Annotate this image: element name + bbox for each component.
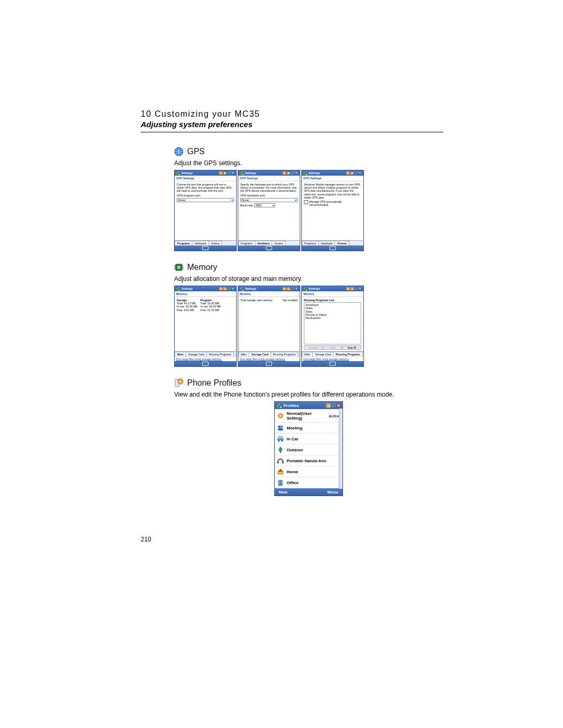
gps-program-port-select[interactable]: (None) <box>177 198 234 202</box>
activate-button[interactable]: Activate <box>304 346 323 350</box>
phone-profiles-desc: View and edit the Phone function's prese… <box>174 391 443 398</box>
tab-programs[interactable]: Programs <box>302 241 319 245</box>
gps-desc: Adjust the GPS settings. <box>174 159 443 167</box>
list-item[interactable]: File Explorer <box>305 316 360 319</box>
softkey-bar <box>238 245 300 251</box>
gps-hardware-port-select[interactable]: (None) <box>240 198 298 202</box>
tab-running-programs[interactable]: Running Programs <box>271 352 298 356</box>
tab-access[interactable]: Access <box>272 241 286 245</box>
tab-storage-card[interactable]: Storage Card <box>186 352 207 356</box>
find-large-files-link[interactable]: Find large files using storage memory. <box>175 356 236 361</box>
gps-manage-checkbox-row: ✓ Manage GPS automatically (recommended) <box>304 200 361 206</box>
tab-access[interactable]: Access <box>335 241 349 245</box>
svg-rect-24 <box>281 481 282 482</box>
memory-heading: Memory <box>187 263 217 272</box>
profile-item-in-car[interactable]: In Car <box>275 434 342 445</box>
tab-access[interactable]: Access <box>209 241 223 245</box>
gps-tabs: Programs Hardware Access <box>302 240 363 245</box>
chapter-title: 10 Customizing your MC35 <box>141 109 443 119</box>
stop-all-button[interactable]: Stop All <box>342 346 361 350</box>
gps-body: Choose the port that programs will use t… <box>175 181 236 240</box>
softkey-bar <box>238 361 300 366</box>
titlebar: Settings 📶📁🔊✕ <box>238 170 300 176</box>
keyboard-icon[interactable] <box>266 246 272 250</box>
status-tray: 📶📶🔊✕ <box>219 287 235 290</box>
tab-hardware[interactable]: Hardware <box>319 241 336 245</box>
profile-item-office[interactable]: Office <box>275 477 342 488</box>
start-icon <box>176 171 180 175</box>
gps-hardware-port-label: GPS hardware port: <box>240 194 298 198</box>
tab-main[interactable]: Main <box>238 352 249 356</box>
keyboard-icon[interactable] <box>202 246 209 250</box>
keyboard-icon[interactable] <box>202 362 209 366</box>
memory-body: Storage Total: 46.17 MB In use: 42.26 MB… <box>175 297 236 351</box>
softkey-menu[interactable]: Menu <box>327 490 338 495</box>
keyboard-icon[interactable] <box>329 362 336 366</box>
start-icon <box>240 287 243 291</box>
phone-profiles-heading: Phone Profiles <box>187 378 241 388</box>
keyboard-icon[interactable] <box>266 362 272 366</box>
gear-icon <box>277 412 284 419</box>
phone-profiles-screenshot: Profiles 📶🔊✕ Normal(User Setting) Active… <box>274 401 343 496</box>
tab-main[interactable]: Main <box>175 352 186 356</box>
gps-shot-hardware: Settings 📶📁🔊✕ GPS Settings Specify the h… <box>238 170 300 251</box>
svg-rect-19 <box>280 451 281 453</box>
gps-baud-select[interactable]: 4800 <box>254 203 275 207</box>
titlebar-label: Settings <box>181 287 217 290</box>
tab-hardware[interactable]: Hardware <box>192 241 209 245</box>
titlebar-label: Settings <box>181 171 217 175</box>
titlebar-label: Settings <box>245 287 281 290</box>
page: 10 Customizing your MC35 Adjusting syste… <box>0 0 563 728</box>
tab-storage-card[interactable]: Storage Card <box>312 352 334 356</box>
running-programs-list[interactable]: ActiveSync Notes Tasks Pictures & Videos… <box>304 302 361 344</box>
phone-profiles-icon <box>174 378 183 388</box>
profile-item-normal[interactable]: Normal(User Setting) Active <box>275 410 342 423</box>
status-tray: 📶📶🔊✕ <box>283 287 298 290</box>
svg-point-18 <box>282 440 283 442</box>
gps-program-port-label: GPS program port: <box>177 194 234 198</box>
svg-rect-21 <box>283 461 284 463</box>
tab-storage-card[interactable]: Storage Card <box>249 352 271 356</box>
tab-running-programs[interactable]: Running Programs <box>206 352 234 356</box>
storage-card-label: Total storage card memory: <box>240 299 273 302</box>
phone-profiles-heading-row: Phone Profiles <box>174 378 443 388</box>
find-large-files-link[interactable]: Find large files using storage memory. <box>302 356 363 361</box>
status-tray: 📶🔊✕ <box>325 403 340 408</box>
tab-programs[interactable]: Programs <box>238 241 255 245</box>
tab-running-programs[interactable]: Running Programs <box>333 352 363 356</box>
memory-stats: Storage Total: 46.17 MB In use: 42.26 MB… <box>177 299 234 312</box>
profile-item-home[interactable]: Home <box>275 466 342 477</box>
softkey-new[interactable]: New <box>279 490 287 495</box>
softkey-bar <box>175 245 236 251</box>
memory-shot-main: Settings 📶📶🔊✕ Memory Storage Total: 46.1… <box>174 286 237 367</box>
svg-rect-23 <box>279 481 280 482</box>
svg-rect-2 <box>177 266 180 269</box>
profile-item-meeting[interactable]: Meeting <box>275 423 342 434</box>
gps-section: GPS Adjust the GPS settings. Settings 📶📁… <box>174 147 443 251</box>
tab-main[interactable]: Main <box>302 352 313 356</box>
phone-profiles-section: Phone Profiles View and edit the Phone f… <box>174 378 443 496</box>
tab-hardware[interactable]: Hardware <box>255 241 273 245</box>
gps-screenshots: Settings 📶📁🔊✕ GPS Settings Choose the po… <box>174 170 443 251</box>
people-icon <box>277 424 284 431</box>
gps-shot-programs: Settings 📶📁🔊✕ GPS Settings Choose the po… <box>174 170 237 251</box>
scrollbar[interactable] <box>339 409 342 489</box>
find-large-files-link[interactable]: Find large files using storage memory. <box>238 356 300 361</box>
memory-tabs: Main Storage Card Running Programs <box>238 351 300 356</box>
section-subtitle: Adjusting system preferences <box>141 120 443 129</box>
profile-item-handsfree[interactable]: Portable Hands-free <box>275 455 342 466</box>
start-icon <box>303 287 307 291</box>
keyboard-icon[interactable] <box>329 246 336 250</box>
svg-rect-16 <box>277 438 284 440</box>
stop-button[interactable]: Stop <box>323 346 342 350</box>
memory-section: Memory Adjust allocation of storage and … <box>174 263 443 367</box>
titlebar: Profiles 📶🔊✕ <box>275 402 342 409</box>
memory-chip-icon <box>174 263 183 272</box>
memory-tabs: Main Storage Card Running Programs <box>302 351 363 356</box>
gps-manage-checkbox[interactable]: ✓ <box>304 200 308 204</box>
tab-programs[interactable]: Programs <box>175 241 192 245</box>
start-icon <box>240 171 243 175</box>
profile-item-outdoor[interactable]: Outdoor <box>275 445 342 455</box>
gps-access-hint: Windows Mobile manages access to your GP… <box>304 183 361 199</box>
svg-rect-27 <box>279 484 280 485</box>
